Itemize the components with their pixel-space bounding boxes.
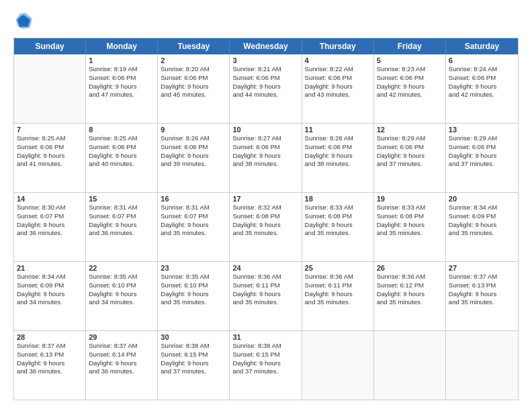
cell-info-line: Sunrise: 8:20 AM: [161, 65, 226, 74]
day-number: 8: [89, 126, 154, 134]
calendar-cell-r5-c4: 31Sunrise: 8:38 AMSunset: 6:15 PMDayligh…: [230, 331, 302, 400]
cell-info-line: and 44 minutes.: [232, 91, 298, 99]
cell-info-line: Sunrise: 8:29 AM: [449, 134, 515, 143]
cell-info-line: and 39 minutes.: [161, 160, 226, 169]
day-number: 13: [449, 126, 515, 134]
cell-info-line: Daylight: 9 hours: [17, 290, 83, 299]
cell-info-line: Sunrise: 8:25 AM: [17, 134, 83, 143]
weekday-header-tuesday: Tuesday: [158, 38, 230, 54]
cell-info-line: and 35 minutes.: [305, 298, 371, 307]
calendar-row-5: 28Sunrise: 8:37 AMSunset: 6:13 PMDayligh…: [14, 330, 518, 400]
day-number: 10: [232, 126, 298, 134]
day-number: 11: [305, 126, 371, 134]
day-number: 30: [161, 333, 226, 341]
calendar-cell-r4-c3: 23Sunrise: 8:35 AMSunset: 6:10 PMDayligh…: [158, 262, 230, 330]
cell-info-line: Daylight: 9 hours: [449, 290, 515, 299]
cell-info-line: Daylight: 9 hours: [89, 83, 154, 91]
cell-info-line: Sunset: 6:09 PM: [449, 212, 515, 221]
cell-info-line: and 40 minutes.: [89, 160, 154, 169]
day-number: 19: [377, 195, 443, 203]
cell-info-line: Daylight: 9 hours: [232, 290, 298, 299]
weekday-header-friday: Friday: [374, 38, 446, 54]
cell-info-line: Daylight: 9 hours: [17, 359, 83, 368]
cell-info-line: Sunrise: 8:37 AM: [17, 342, 83, 351]
day-number: 28: [17, 333, 83, 341]
calendar-cell-r4-c7: 27Sunrise: 8:37 AMSunset: 6:13 PMDayligh…: [446, 262, 518, 330]
day-number: 9: [161, 126, 226, 134]
calendar-row-1: 1Sunrise: 8:19 AMSunset: 6:06 PMDaylight…: [14, 54, 518, 123]
cell-info-line: Daylight: 9 hours: [232, 359, 298, 368]
cell-info-line: Sunrise: 8:37 AM: [89, 342, 154, 351]
cell-info-line: Daylight: 9 hours: [17, 221, 83, 230]
cell-info-line: Sunrise: 8:22 AM: [305, 65, 371, 74]
cell-info-line: Sunset: 6:13 PM: [449, 281, 515, 290]
cell-info-line: Sunset: 6:06 PM: [449, 74, 515, 83]
calendar-cell-r3-c3: 16Sunrise: 8:31 AMSunset: 6:07 PMDayligh…: [158, 193, 230, 261]
cell-info-line: Daylight: 9 hours: [161, 152, 226, 161]
calendar-cell-r4-c1: 21Sunrise: 8:34 AMSunset: 6:09 PMDayligh…: [14, 262, 86, 330]
cell-info-line: and 37 minutes.: [449, 160, 515, 169]
calendar-cell-r1-c2: 1Sunrise: 8:19 AMSunset: 6:06 PMDaylight…: [86, 54, 158, 123]
cell-info-line: Sunset: 6:14 PM: [89, 351, 154, 359]
cell-info-line: Daylight: 9 hours: [89, 221, 154, 230]
cell-info-line: Sunset: 6:11 PM: [232, 281, 298, 290]
cell-info-line: Daylight: 9 hours: [449, 83, 515, 91]
cell-info-line: Sunset: 6:06 PM: [89, 74, 154, 83]
cell-info-line: Sunrise: 8:36 AM: [377, 273, 443, 281]
cell-info-line: and 42 minutes.: [449, 91, 515, 99]
day-number: 3: [232, 56, 298, 64]
calendar: SundayMondayTuesdayWednesdayThursdayFrid…: [13, 38, 519, 400]
cell-info-line: Sunrise: 8:19 AM: [89, 65, 154, 74]
calendar-row-2: 7Sunrise: 8:25 AMSunset: 6:06 PMDaylight…: [14, 123, 518, 192]
cell-info-line: Daylight: 9 hours: [89, 359, 154, 368]
calendar-cell-r2-c1: 7Sunrise: 8:25 AMSunset: 6:06 PMDaylight…: [14, 124, 86, 192]
calendar-cell-r3-c5: 18Sunrise: 8:33 AMSunset: 6:08 PMDayligh…: [302, 193, 374, 261]
cell-info-line: Daylight: 9 hours: [89, 152, 154, 161]
logo: [13, 11, 36, 31]
cell-info-line: and 35 minutes.: [232, 298, 298, 307]
cell-info-line: Sunset: 6:10 PM: [161, 281, 226, 290]
cell-info-line: Sunset: 6:07 PM: [89, 212, 154, 221]
cell-info-line: Sunset: 6:06 PM: [161, 143, 226, 152]
cell-info-line: and 36 minutes.: [17, 367, 83, 376]
calendar-cell-r4-c5: 25Sunrise: 8:36 AMSunset: 6:11 PMDayligh…: [302, 262, 374, 330]
cell-info-line: Sunrise: 8:33 AM: [377, 203, 443, 212]
cell-info-line: Sunset: 6:13 PM: [17, 351, 83, 359]
calendar-cell-r3-c4: 17Sunrise: 8:32 AMSunset: 6:08 PMDayligh…: [230, 193, 302, 261]
cell-info-line: and 37 minutes.: [161, 367, 226, 376]
cell-info-line: Sunrise: 8:38 AM: [161, 342, 226, 351]
weekday-header-wednesday: Wednesday: [230, 38, 302, 54]
cell-info-line: Sunrise: 8:26 AM: [161, 134, 226, 143]
page: SundayMondayTuesdayWednesdayThursdayFrid…: [0, 0, 532, 411]
cell-info-line: Sunrise: 8:21 AM: [232, 65, 298, 74]
cell-info-line: Sunrise: 8:32 AM: [232, 203, 298, 212]
day-number: 22: [89, 264, 154, 272]
logo-icon: [13, 11, 34, 31]
calendar-cell-r1-c4: 3Sunrise: 8:21 AMSunset: 6:06 PMDaylight…: [230, 54, 302, 123]
day-number: 23: [161, 264, 226, 272]
cell-info-line: Sunrise: 8:34 AM: [449, 203, 515, 212]
calendar-cell-r2-c7: 13Sunrise: 8:29 AMSunset: 6:06 PMDayligh…: [446, 124, 518, 192]
cell-info-line: Sunset: 6:06 PM: [89, 143, 154, 152]
cell-info-line: and 47 minutes.: [89, 91, 154, 99]
cell-info-line: Sunset: 6:06 PM: [305, 74, 371, 83]
calendar-cell-r3-c7: 20Sunrise: 8:34 AMSunset: 6:09 PMDayligh…: [446, 193, 518, 261]
cell-info-line: Sunset: 6:07 PM: [17, 212, 83, 221]
weekday-header-saturday: Saturday: [446, 38, 518, 54]
calendar-cell-r3-c6: 19Sunrise: 8:33 AMSunset: 6:08 PMDayligh…: [374, 193, 446, 261]
day-number: 21: [17, 264, 83, 272]
cell-info-line: Sunrise: 8:27 AM: [232, 134, 298, 143]
cell-info-line: Sunset: 6:08 PM: [377, 212, 443, 221]
calendar-cell-r4-c4: 24Sunrise: 8:36 AMSunset: 6:11 PMDayligh…: [230, 262, 302, 330]
calendar-cell-r2-c4: 10Sunrise: 8:27 AMSunset: 6:06 PMDayligh…: [230, 124, 302, 192]
weekday-header-sunday: Sunday: [14, 38, 86, 54]
cell-info-line: Sunrise: 8:31 AM: [161, 203, 226, 212]
cell-info-line: Daylight: 9 hours: [89, 290, 154, 299]
cell-info-line: and 43 minutes.: [305, 91, 371, 99]
day-number: 14: [17, 195, 83, 203]
cell-info-line: Sunrise: 8:24 AM: [449, 65, 515, 74]
calendar-cell-r5-c6: [374, 331, 446, 400]
cell-info-line: Daylight: 9 hours: [305, 83, 371, 91]
day-number: 5: [377, 56, 443, 64]
cell-info-line: Sunset: 6:06 PM: [377, 74, 443, 83]
